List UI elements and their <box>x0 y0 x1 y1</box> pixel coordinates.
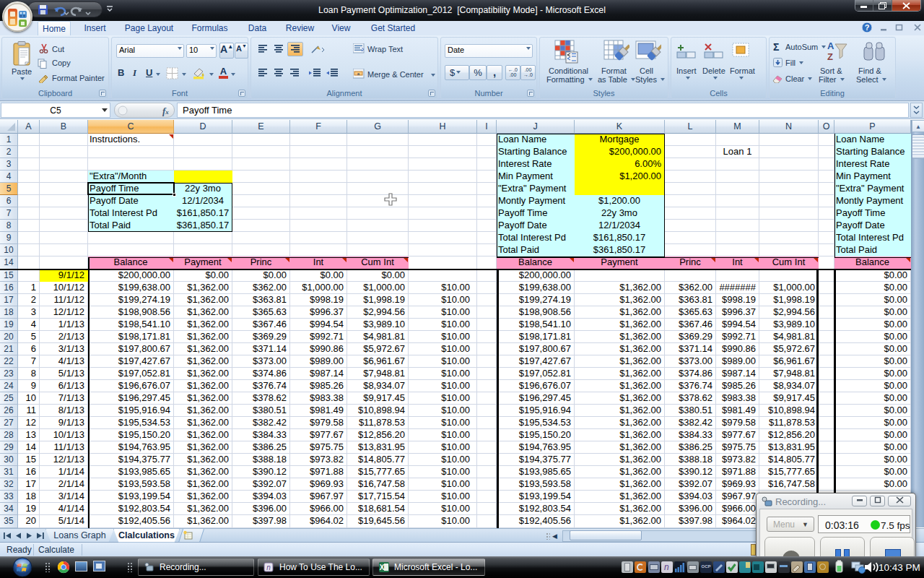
svg-text:A: A <box>827 40 834 51</box>
svg-text:X: X <box>380 564 385 571</box>
svg-text:?: ? <box>865 23 870 32</box>
svg-text:n: n <box>266 564 271 571</box>
svg-text:Z: Z <box>827 51 833 62</box>
